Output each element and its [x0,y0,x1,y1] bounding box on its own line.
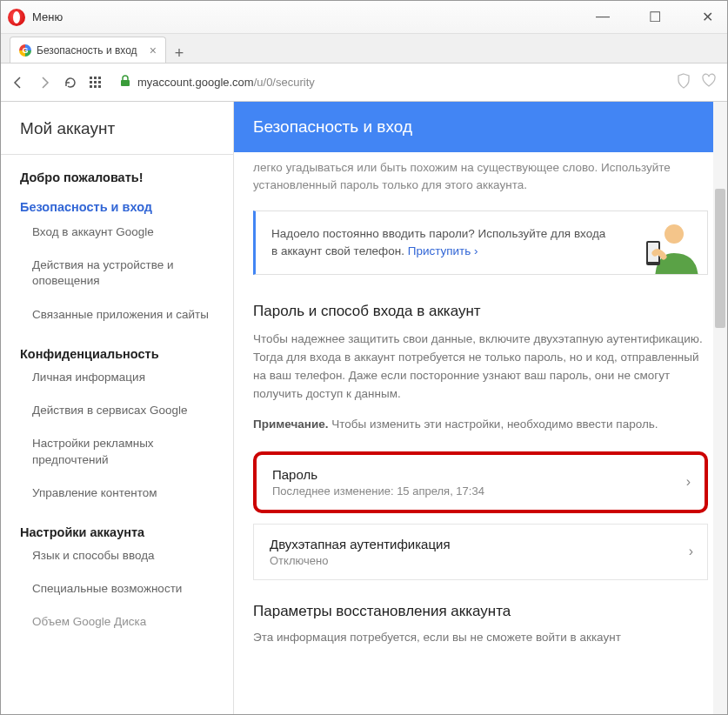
new-tab-button[interactable]: + [166,44,192,63]
sidebar-welcome[interactable]: Добро пожаловать! [1,155,233,184]
reload-button[interactable] [63,76,77,90]
sidebar-item-activity[interactable]: Действия в сервисах Google [1,394,233,427]
section-password-heading: Пароль и способ входа в аккаунт [234,296,727,331]
window-controls: — ☐ ✕ [590,9,720,25]
scrollbar[interactable] [713,102,727,715]
sidebar-item-ads[interactable]: Настройки рекламных предпочтений [1,427,233,476]
chevron-right-icon: › [686,474,691,490]
sidebar-section-security[interactable]: Безопасность и вход [20,200,233,214]
browser-tab[interactable]: G Безопасность и вход × [10,37,166,63]
row-2sv-sub: Отключено [270,554,691,567]
setting-row-password[interactable]: Пароль Последнее изменение: 15 апреля, 1… [253,451,708,513]
address-bar[interactable]: myaccount.google.com/u/0/security [113,71,665,93]
section-note: Примечание. Чтобы изменить эти настройки… [234,416,727,451]
tip-text: легко угадываться или быть похожим на су… [234,152,727,210]
sidebar-item-content[interactable]: Управление контентом [1,477,233,510]
main-area: Безопасность и вход легко угадываться ил… [234,102,727,715]
close-button[interactable]: ✕ [694,9,720,25]
sidebar-section-privacy[interactable]: Конфиденциальность [1,331,233,361]
titlebar: Меню — ☐ ✕ [1,1,727,34]
phone-signin-promo: Надоело постоянно вводить пароли? Исполь… [253,210,708,276]
svg-rect-0 [121,80,130,86]
sidebar-item-accessibility[interactable]: Специальные возможности [1,572,233,605]
tabbar: G Безопасность и вход × + [1,34,727,63]
menu-label[interactable]: Меню [32,10,63,23]
chevron-right-icon: › [689,544,693,559]
navbar-right [677,73,717,92]
navbar: myaccount.google.com/u/0/security [1,63,727,102]
sidebar-item-device-activity[interactable]: Действия на устройстве и оповещения [1,249,233,297]
main-header: Безопасность и вход [234,102,727,152]
section-recovery-desc: Эта информация потребуется, если вы не с… [234,629,727,659]
sidebar-title: Мой аккаунт [1,102,233,155]
shield-icon[interactable] [677,73,691,92]
section-password-desc: Чтобы надежнее защитить свои данные, вкл… [234,331,727,416]
promo-link[interactable]: Приступить › [408,244,478,257]
maximize-button[interactable]: ☐ [642,9,668,25]
lock-icon [120,75,130,90]
minimize-button[interactable]: — [590,9,616,25]
page-content: Мой аккаунт Добро пожаловать! Безопаснос… [1,102,727,715]
svg-point-1 [665,224,684,244]
back-button[interactable] [11,76,25,90]
tab-close-icon[interactable]: × [150,43,157,57]
sidebar-item-signin[interactable]: Вход в аккаунт Google [1,216,233,249]
chevron-right-icon: › [474,244,478,257]
sidebar: Мой аккаунт Добро пожаловать! Безопаснос… [1,102,234,715]
url-text: myaccount.google.com/u/0/security [137,76,315,89]
sidebar-section-account[interactable]: Настройки аккаунта [1,510,233,539]
section-recovery-heading: Параметры восстановления аккаунта [234,591,727,629]
sidebar-item-storage[interactable]: Объем Google Диска [1,605,233,638]
scrollbar-thumb[interactable] [715,189,725,328]
speed-dial-icon[interactable] [90,77,101,88]
heart-icon[interactable] [701,73,717,92]
sidebar-item-language[interactable]: Язык и способы ввода [1,539,233,572]
opera-logo-icon[interactable] [8,9,25,26]
row-password-title: Пароль [272,467,689,482]
google-favicon-icon: G [19,44,31,57]
promo-illustration [620,211,707,275]
tab-title: Безопасность и вход [37,44,137,57]
row-2sv-title: Двухэтапная аутентификация [270,537,691,551]
sidebar-item-personal-info[interactable]: Личная информация [1,361,233,394]
row-password-sub: Последнее изменение: 15 апреля, 17:34 [272,484,689,498]
setting-row-2sv[interactable]: Двухэтапная аутентификация Отключено › [253,524,708,580]
forward-button[interactable] [37,76,51,90]
sidebar-item-connected-apps[interactable]: Связанные приложения и сайты [1,298,233,331]
